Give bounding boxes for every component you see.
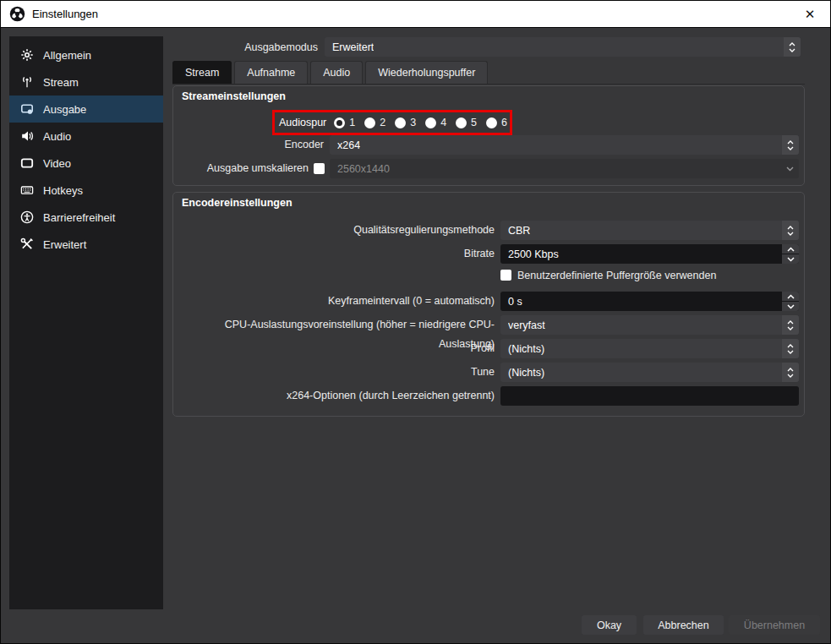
cpu-preset-select[interactable]: veryfast	[500, 315, 799, 335]
radio-icon	[364, 117, 375, 128]
profile-value: (Nichts)	[508, 343, 544, 355]
tools-icon	[20, 237, 34, 251]
sidebar-item-video[interactable]: Video	[9, 150, 163, 177]
audio-track-option-4[interactable]: 4	[425, 117, 446, 128]
rate-control-value: CBR	[508, 225, 530, 237]
audio-track-label: Audiospur	[279, 117, 326, 128]
rescale-resolution-select[interactable]: 2560x1440	[330, 159, 799, 178]
group-title: Streameinstellungen	[182, 90, 286, 102]
sidebar-item-audio[interactable]: Audio	[9, 123, 163, 150]
radio-checked-icon	[334, 117, 345, 128]
radio-icon	[425, 117, 436, 128]
encoder-value: x264	[337, 139, 360, 151]
sidebar-item-erweitert[interactable]: Erweitert	[9, 231, 163, 258]
spin-down-icon[interactable]	[782, 254, 799, 264]
radio-label: 6	[501, 117, 507, 128]
tab-audio[interactable]: Audio	[310, 61, 363, 84]
tune-value: (Nichts)	[508, 367, 544, 379]
custom-buffer-label: Benutzerdefinierte Puffergröße verwenden	[517, 269, 716, 282]
sidebar-item-hotkeys[interactable]: Hotkeys	[9, 177, 163, 204]
window-title: Einstellungen	[32, 8, 98, 20]
bitrate-spinner[interactable]: 2500 Kbps	[500, 244, 799, 264]
keyboard-icon	[20, 183, 34, 197]
sidebar-item-label: Erweitert	[43, 238, 86, 251]
rescale-label: Ausgabe umskalieren	[173, 159, 309, 178]
tune-select[interactable]: (Nichts)	[500, 363, 799, 382]
radio-label: 2	[380, 117, 385, 128]
keyframe-interval-value: 0 s	[508, 296, 522, 308]
sidebar-item-label: Stream	[43, 76, 79, 89]
encoder-select[interactable]: x264	[330, 135, 799, 155]
tab-wiederholungspuffer[interactable]: Wiederholungspuffer	[365, 61, 488, 84]
spin-up-icon[interactable]	[782, 244, 799, 254]
stream-settings-group: Streameinstellungen Audiospur 1 2 3	[172, 85, 805, 186]
audio-track-option-1[interactable]: 1	[334, 117, 355, 128]
rate-control-select[interactable]: CBR	[500, 221, 799, 240]
audio-track-option-3[interactable]: 3	[395, 117, 416, 128]
keyframe-interval-label: Keyframeintervall (0 = automatisch)	[173, 292, 495, 311]
spinner-steppers[interactable]	[782, 244, 799, 264]
spin-down-icon[interactable]	[782, 302, 799, 311]
sidebar-item-label: Hotkeys	[43, 184, 83, 197]
sidebar: Allgemein Stream	[9, 36, 163, 609]
profile-select[interactable]: (Nichts)	[500, 339, 799, 358]
audio-track-radio-group: 1 2 3 4 5	[334, 117, 507, 128]
cpu-preset-label: CPU-Auslastungsvoreinstellung (höher = n…	[173, 315, 495, 335]
cancel-button[interactable]: Abbrechen	[643, 615, 724, 635]
radio-label: 5	[471, 117, 477, 128]
chevron-down-icon	[780, 159, 799, 178]
output-mode-value: Erweitert	[332, 41, 374, 53]
tab-stream[interactable]: Stream	[172, 61, 232, 84]
sidebar-item-label: Ausgabe	[43, 103, 86, 116]
accessibility-icon	[20, 210, 34, 224]
broadcast-icon	[20, 75, 34, 89]
audio-track-option-6[interactable]: 6	[486, 117, 507, 128]
titlebar: Einstellungen ✕	[1, 1, 830, 28]
chevron-updown-icon	[784, 37, 801, 57]
tab-aufnahme[interactable]: Aufnahme	[234, 61, 308, 84]
sidebar-item-ausgabe[interactable]: Ausgabe	[9, 96, 163, 123]
speaker-icon	[20, 129, 34, 143]
audio-track-highlight-annotation: Audiospur 1 2 3	[272, 110, 512, 135]
apply-button[interactable]: Übernehmen	[729, 615, 820, 635]
output-mode-select[interactable]: Erweitert	[325, 37, 801, 57]
sidebar-item-allgemein[interactable]: Allgemein	[9, 41, 163, 68]
radio-label: 3	[410, 117, 416, 128]
chevron-updown-icon	[782, 135, 799, 155]
spinner-steppers[interactable]	[782, 292, 799, 311]
tab-divider	[172, 84, 805, 85]
x264-options-label: x264-Optionen (durch Leerzeichen getrenn…	[173, 386, 495, 406]
close-icon[interactable]: ✕	[798, 3, 822, 26]
radio-label: 1	[349, 117, 355, 128]
rescale-resolution-value: 2560x1440	[337, 163, 390, 175]
rate-control-label: Qualitätsregulierungsmethode	[173, 221, 495, 240]
obs-logo-icon	[9, 6, 25, 22]
group-title: Encodereinstellungen	[182, 197, 292, 209]
rescale-checkbox[interactable]	[314, 163, 325, 174]
profile-label: Profil	[173, 339, 495, 358]
audio-track-option-2[interactable]: 2	[364, 117, 385, 128]
custom-buffer-checkbox[interactable]	[500, 270, 511, 281]
x264-options-input[interactable]	[500, 386, 799, 406]
spin-up-icon[interactable]	[782, 292, 799, 301]
monitor-icon	[20, 156, 34, 170]
keyframe-interval-spinner[interactable]: 0 s	[500, 292, 799, 311]
output-icon	[20, 102, 34, 116]
gear-icon	[20, 48, 34, 62]
chevron-updown-icon	[782, 221, 799, 240]
sidebar-item-barrierefreiheit[interactable]: Barrierefreiheit	[9, 204, 163, 231]
okay-button[interactable]: Okay	[582, 615, 637, 635]
audio-track-option-5[interactable]: 5	[456, 117, 477, 128]
chevron-updown-icon	[782, 315, 799, 335]
sidebar-item-label: Audio	[43, 130, 71, 143]
chevron-updown-icon	[782, 363, 799, 382]
sidebar-item-label: Video	[43, 157, 71, 170]
radio-label: 4	[440, 117, 446, 128]
sidebar-item-stream[interactable]: Stream	[9, 68, 163, 96]
tune-label: Tune	[173, 363, 495, 382]
output-mode-label: Ausgabemodus	[172, 38, 318, 57]
dialog-body: Allgemein Stream	[1, 28, 830, 643]
settings-window: Einstellungen ✕ Allgemein	[0, 0, 831, 644]
radio-icon	[456, 117, 467, 128]
encoder-settings-group: Encodereinstellungen Qualitätsregulierun…	[172, 192, 805, 417]
